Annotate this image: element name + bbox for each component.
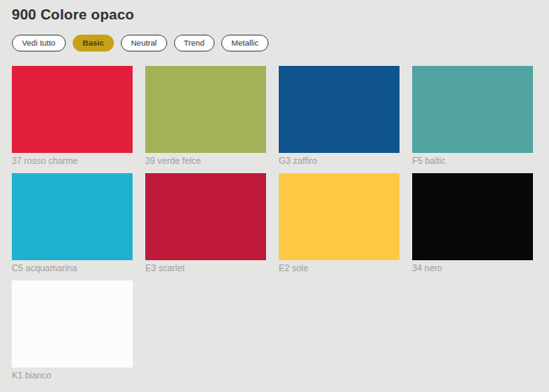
swatch-color-block [12, 280, 133, 368]
swatch-color-block [279, 173, 400, 260]
filter-trend[interactable]: Trend [174, 35, 215, 52]
filter-neutral[interactable]: Neutral [121, 35, 167, 52]
swatch-label: K1 bianco [12, 370, 133, 381]
swatch-label: 39 verde felce [145, 155, 266, 166]
swatch-34-nero[interactable]: 34 nero [412, 173, 533, 274]
swatch-f5-baltic[interactable]: F5 baltic [412, 66, 533, 166]
swatch-color-block [412, 66, 533, 153]
swatch-c5-acquamarina[interactable]: C5 acquamarina [12, 173, 133, 274]
filter-vedi-tutto[interactable]: Vedi tutto [12, 35, 66, 52]
swatch-37-rosso-charme[interactable]: 37 rosso charme [12, 66, 133, 166]
swatch-e2-sole[interactable]: E2 sole [279, 173, 400, 274]
swatch-color-block [12, 173, 133, 260]
filter-basic[interactable]: Basic [73, 35, 114, 52]
swatch-color-block [145, 66, 266, 153]
swatch-k1-bianco[interactable]: K1 bianco [12, 280, 133, 381]
filter-metallic[interactable]: Metallic [221, 35, 269, 52]
swatch-label: G3 zaffiro [279, 155, 400, 166]
filter-bar: Vedi tuttoBasicNeutralTrendMetallic [12, 35, 537, 52]
swatch-color-block [412, 173, 533, 260]
swatch-color-block [145, 173, 266, 260]
swatch-color-block [12, 66, 133, 153]
swatch-label: E3 scarlet [145, 263, 266, 274]
swatch-label: C5 acquamarina [12, 263, 133, 274]
swatch-grid: 37 rosso charme 39 verde felce G3 zaffir… [12, 66, 537, 381]
color-palette-page: 900 Colore opaco Vedi tuttoBasicNeutralT… [0, 0, 549, 392]
swatch-g3-zaffiro[interactable]: G3 zaffiro [279, 66, 400, 166]
swatch-color-block [279, 66, 400, 153]
swatch-label: 37 rosso charme [12, 155, 133, 166]
swatch-label: E2 sole [279, 263, 400, 274]
swatch-label: F5 baltic [412, 155, 533, 166]
swatch-e3-scarlet[interactable]: E3 scarlet [145, 173, 266, 274]
swatch-39-verde-felce[interactable]: 39 verde felce [145, 66, 266, 166]
page-title: 900 Colore opaco [12, 7, 537, 24]
swatch-label: 34 nero [412, 263, 533, 274]
